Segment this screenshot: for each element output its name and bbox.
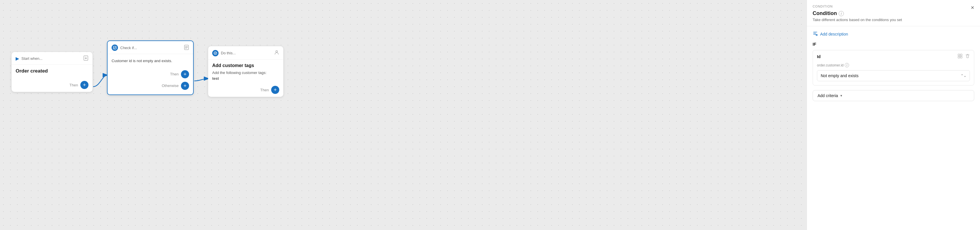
do-node: Do this... Add customer tags Add the fol… [208, 46, 283, 97]
add-criteria-button[interactable]: Add criteria ▾ [813, 90, 974, 101]
person-icon [274, 50, 279, 56]
start-node-content: Order created [11, 65, 92, 78]
do-node-header-left: Do this... [212, 50, 235, 56]
start-add-button[interactable]: + [80, 81, 89, 89]
do-node-title: Add customer tags [212, 63, 279, 68]
panel-section-label: CONDITION [813, 5, 833, 8]
download-icon[interactable] [83, 56, 89, 62]
do-node-label: Do this... [221, 51, 235, 55]
do-node-tag: test [212, 76, 219, 81]
add-criteria-chevron: ▾ [840, 94, 842, 98]
criteria-path-help[interactable]: i [845, 63, 849, 67]
condition-select[interactable]: Not empty and exists Is empty or does no… [817, 70, 970, 81]
panel-title-content-row: Condition i [813, 10, 974, 16]
do-then-label: Then [260, 88, 269, 92]
svg-rect-7 [960, 54, 962, 56]
svg-rect-8 [958, 56, 960, 58]
check-node: Check if... Customer id is not empty and… [107, 40, 194, 95]
start-node: ▶ Start when... Order created Then + [11, 52, 92, 92]
close-button[interactable]: × [971, 5, 974, 10]
do-node-description: Add the following customer tags: test [212, 70, 279, 81]
start-node-label: Start when... [21, 56, 43, 61]
check-then-label: Then [170, 72, 179, 76]
grid-icon[interactable] [958, 54, 963, 60]
criteria-header-actions [958, 54, 970, 60]
check-otherwise-add-button[interactable]: + [181, 82, 189, 90]
svg-rect-9 [960, 56, 962, 58]
check-otherwise-label: Otherwise [162, 84, 179, 88]
check-node-icon [111, 44, 118, 51]
check-node-description: Customer id is not empty and exists. [108, 54, 193, 67]
delete-icon[interactable] [965, 54, 970, 60]
check-then-add-button[interactable]: + [181, 70, 189, 78]
panel-subtitle: Take different actions based on the cond… [813, 17, 974, 22]
add-description-button[interactable]: Add description [813, 31, 974, 37]
play-icon: ▶ [16, 56, 19, 61]
svg-rect-6 [958, 54, 960, 56]
criteria-path-text: order.customer.id [817, 63, 843, 67]
start-then-label: Then [69, 83, 78, 87]
do-desc-text: Add the following customer tags: [212, 70, 267, 75]
do-add-button[interactable]: + [271, 86, 279, 94]
criteria-id-label: Id [817, 54, 821, 59]
do-node-header: Do this... [208, 46, 283, 60]
criteria-select-wrapper: Not empty and exists Is empty or does no… [813, 70, 974, 85]
criteria-card: Id [813, 50, 974, 86]
panel-title-text: Condition [813, 10, 837, 16]
do-node-icon [212, 50, 218, 56]
panel-header: CONDITION × Condition i Take different a… [807, 0, 980, 26]
add-description-label: Add description [820, 32, 848, 36]
start-node-header: ▶ Start when... [11, 52, 92, 65]
panel-title-row: CONDITION × [813, 5, 974, 10]
panel-title: Condition i [813, 10, 844, 16]
add-criteria-label: Add criteria [818, 93, 838, 98]
select-wrapper: Not empty and exists Is empty or does no… [817, 70, 970, 81]
do-node-content: Add customer tags Add the following cust… [208, 60, 283, 83]
svg-point-4 [276, 51, 277, 52]
check-node-footer: Then + Otherwise + [108, 67, 193, 95]
check-node-header: Check if... [108, 41, 193, 54]
check-otherwise-row: Otherwise + [111, 80, 189, 92]
check-node-label: Check if... [120, 46, 137, 50]
criteria-path: order.customer.id i [813, 63, 974, 70]
connectors-svg [0, 0, 807, 230]
panel-if-section: IF Id [807, 42, 980, 90]
check-node-header-left: Check if... [111, 44, 137, 51]
check-node-icon-btn[interactable] [184, 45, 189, 51]
check-then-row: Then + [111, 68, 189, 80]
criteria-header: Id [813, 50, 974, 63]
if-label: IF [813, 42, 974, 46]
do-node-footer: Then + [208, 83, 283, 97]
info-icon[interactable]: i [838, 11, 844, 16]
start-node-title: Order created [16, 68, 89, 74]
add-desc-icon [813, 31, 818, 37]
workflow-canvas: ▶ Start when... Order created Then + [0, 0, 807, 230]
start-node-footer: Then + [11, 78, 92, 92]
start-node-header-left: ▶ Start when... [16, 56, 43, 61]
right-panel: CONDITION × Condition i Take different a… [807, 0, 980, 230]
